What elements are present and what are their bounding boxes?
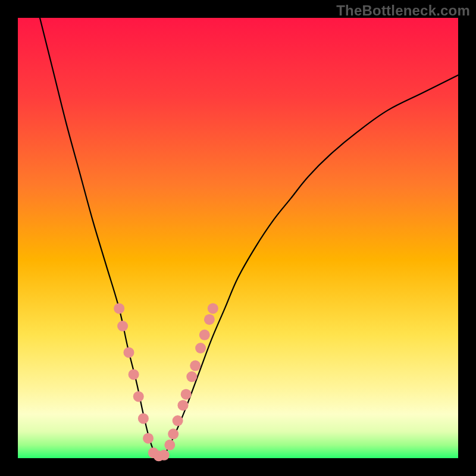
highlight-dot <box>181 389 192 400</box>
highlight-dot <box>123 347 134 358</box>
highlight-dot <box>168 428 178 439</box>
highlight-dot <box>129 369 139 380</box>
highlight-dot <box>186 371 197 382</box>
highlight-dot <box>143 433 154 444</box>
highlight-dot <box>159 450 170 461</box>
highlight-dot <box>208 303 218 314</box>
highlight-dot <box>190 361 201 371</box>
highlight-dot <box>133 391 144 402</box>
highlight-dot <box>173 415 183 426</box>
chart-root: TheBottleneck.com <box>0 0 476 476</box>
highlight-dot <box>138 413 149 424</box>
highlight-dot <box>178 400 189 411</box>
highlight-dot <box>117 321 128 331</box>
highlight-dot <box>199 330 210 340</box>
watermark-text: TheBottleneck.com <box>336 2 470 19</box>
highlight-dot <box>114 303 124 314</box>
chart-canvas <box>0 0 476 476</box>
highlight-dot <box>204 314 215 325</box>
highlight-dot <box>164 440 175 450</box>
plot-background <box>18 18 458 458</box>
highlight-dot <box>195 343 206 353</box>
